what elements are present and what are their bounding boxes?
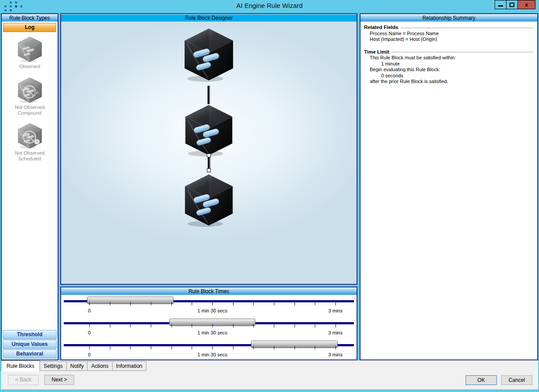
axis-label-start: 0	[88, 330, 91, 335]
type-label: Not Observed Scheduled	[6, 150, 54, 162]
rule-block-3-time-slider: 0 1 min 30 secs 3 mins	[61, 339, 357, 361]
rule-block-1-cube[interactable]	[182, 27, 236, 82]
next-button[interactable]: Next >	[44, 375, 74, 385]
title-bar: AI Engine Rule Wizard x	[0, 0, 539, 12]
rule-block-type-observed[interactable]: Observed	[2, 36, 58, 69]
maximize-button[interactable]	[506, 0, 518, 9]
time-limit-line: after the prior Rule Block is satisfied.	[364, 79, 534, 85]
log-category-button[interactable]: Log	[3, 23, 56, 32]
minimize-button[interactable]	[495, 0, 506, 9]
rule-block-types-header: Rule Block Types	[2, 14, 58, 22]
rule-block-type-not-observed-compound[interactable]: Not Observed Compound	[2, 76, 58, 116]
related-field-item: Host (Impacted) = Host (Origin)	[364, 36, 534, 43]
minimize-icon	[498, 5, 503, 7]
ai-engine-rule-wizard-window: { "window": { "title": "AI Engine Rule W…	[0, 0, 539, 392]
relationship-summary-header: Relationship Summary	[361, 14, 537, 22]
back-button[interactable]: < Back	[8, 375, 39, 385]
connector-block2-block3-selected[interactable]	[207, 153, 211, 172]
cancel-button[interactable]: Cancel	[501, 375, 532, 385]
tab-rule-blocks[interactable]: Rule Blocks	[1, 360, 40, 371]
rule-block-times-header: Rule Block Times	[61, 287, 357, 295]
axis-label-middle: 1 min 30 secs	[197, 308, 227, 313]
time-limit-line: Begin evaluating this Rule Block:	[364, 67, 534, 73]
type-label: Not Observed Compound	[6, 105, 54, 116]
rule-block-2-cube[interactable]	[182, 103, 235, 157]
rule-block-type-not-observed-scheduled[interactable]: Not Observed Scheduled	[2, 122, 58, 162]
close-icon: x	[525, 1, 528, 8]
tab-information[interactable]: Information	[113, 361, 146, 371]
axis-label-middle: 1 min 30 secs	[197, 330, 227, 335]
ok-button[interactable]: OK	[466, 375, 497, 385]
designer-canvas[interactable]	[61, 22, 357, 284]
related-fields-section-title: Related Fields	[364, 25, 534, 31]
rule-block-designer-header: Rule Block Designer	[61, 14, 357, 22]
window-title: AI Engine Rule Wizard	[0, 2, 539, 9]
time-limit-line: This Rule Block must be satisfied within…	[364, 55, 534, 61]
time-limit-section-title: Time Limit	[364, 49, 534, 55]
rule-block-2-time-slider: 0 1 min 30 secs 3 mins	[61, 317, 357, 339]
behavioral-category-button[interactable]: Behavioral	[3, 349, 57, 359]
connector-bar	[208, 86, 210, 104]
selection-handle-bottom[interactable]	[207, 168, 211, 172]
section-divider	[401, 28, 533, 28]
rule-block-times-panel: Rule Block Times 0 1 min 30 secs 3 mins …	[60, 287, 357, 360]
cube-not-observed-scheduled-icon	[15, 122, 44, 149]
related-field-item: Process Name = Process Name	[364, 31, 534, 37]
time-limit-value: 0 seconds	[364, 73, 534, 79]
axis-label-end: 3 mins	[328, 330, 342, 335]
axis-label-start: 0	[88, 352, 91, 357]
rule-block-1-time-slider: 0 1 min 30 secs 3 mins	[61, 295, 357, 317]
selection-handle-top[interactable]	[207, 153, 211, 157]
cube-not-observed-compound-icon	[15, 76, 44, 104]
axis-label-end: 3 mins	[328, 352, 342, 357]
wizard-tab-strip: Rule Blocks Settings Notify Actions Info…	[1, 360, 146, 371]
tab-notify[interactable]: Notify	[67, 361, 88, 371]
tab-settings[interactable]: Settings	[40, 361, 66, 371]
unique-values-category-button[interactable]: Unique Values	[3, 340, 57, 349]
axis-label-end: 3 mins	[328, 308, 342, 313]
rule-block-types-panel: Rule Block Types Log Observed Not Observ…	[1, 13, 58, 360]
time-limit-value: 1 minute	[364, 61, 534, 67]
cube-observed-icon	[15, 36, 44, 63]
axis-label-start: 0	[88, 308, 91, 313]
section-divider	[391, 52, 533, 52]
connector-block1-block2[interactable]	[208, 86, 210, 104]
connector-bar	[208, 157, 210, 168]
axis-label-middle: 1 min 30 secs	[197, 352, 227, 357]
close-button[interactable]: x	[517, 0, 535, 9]
wizard-footer: Rule Blocks Settings Notify Actions Info…	[1, 360, 538, 389]
relationship-summary-panel: Relationship Summary Related Fields Proc…	[360, 13, 538, 360]
rule-block-3-cube[interactable]	[182, 173, 236, 227]
maximize-icon	[510, 3, 514, 7]
threshold-category-button[interactable]: Threshold	[3, 330, 57, 339]
type-label: Observed	[19, 64, 40, 69]
tab-actions[interactable]: Actions	[87, 361, 112, 371]
rule-block-designer-panel: Rule Block Designer	[60, 13, 357, 285]
